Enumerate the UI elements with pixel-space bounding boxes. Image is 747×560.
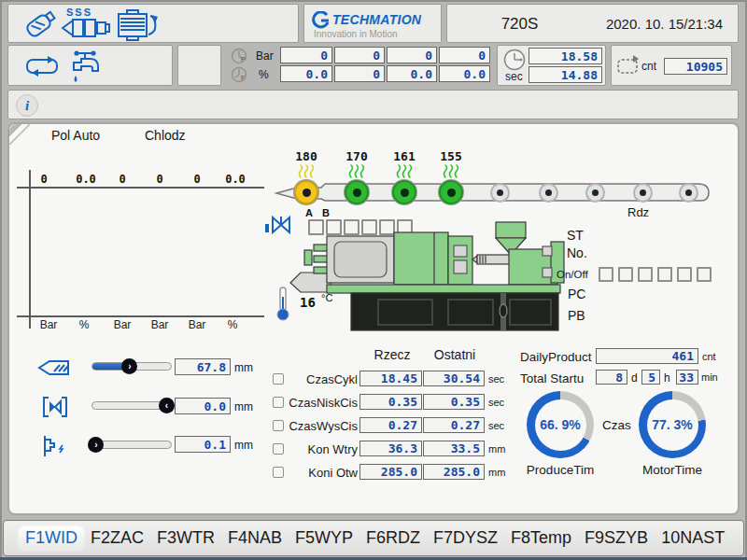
onoff-checkbox-2[interactable] bbox=[618, 267, 633, 282]
screw-icon bbox=[61, 16, 111, 40]
chart-bottom-axis bbox=[17, 315, 264, 317]
produce-time-donut: 66. 9% bbox=[527, 391, 594, 458]
table-row-label: Koni Otw bbox=[285, 466, 358, 480]
datetime: 2020. 10. 15/21:34 bbox=[592, 16, 737, 32]
heat-waves-icon bbox=[347, 164, 366, 178]
zone-temp-3: 161 bbox=[393, 149, 415, 163]
heater-zone-3 bbox=[392, 180, 416, 204]
zone-temp-2: 170 bbox=[345, 149, 367, 163]
fkey-f2zac[interactable]: F2ZAC bbox=[84, 526, 150, 550]
mode-status-icon-box bbox=[7, 45, 173, 86]
onoff-checkbox-4[interactable] bbox=[657, 267, 672, 282]
thermometer-icon bbox=[275, 286, 291, 321]
table-row-checkbox[interactable] bbox=[273, 420, 284, 431]
fkey-f5wyp[interactable]: F5WYP bbox=[289, 526, 359, 550]
produce-time-label: ProduceTim bbox=[518, 463, 602, 477]
table-row-checkbox[interactable] bbox=[273, 467, 284, 478]
chart-value: 0 bbox=[156, 173, 162, 186]
chart-unit: % bbox=[228, 318, 238, 331]
timer-unit-label: sec bbox=[505, 70, 523, 83]
pb-label: PB bbox=[568, 308, 585, 323]
timer-current-value: 18.58 bbox=[529, 48, 602, 64]
slider-thumb[interactable]: ‹ bbox=[159, 398, 175, 413]
heater-zone-1 bbox=[294, 180, 318, 204]
counter-label: cnt bbox=[641, 60, 656, 73]
flow-unit-label: % bbox=[259, 68, 269, 81]
total-minutes-unit: min bbox=[701, 371, 718, 383]
ejector-position-icon bbox=[41, 434, 69, 458]
water-tap-icon bbox=[68, 49, 106, 83]
chart-value: 0 bbox=[40, 173, 47, 186]
injection-position-unit: mm bbox=[234, 361, 253, 374]
total-minutes-value: 33 bbox=[676, 370, 698, 385]
pressure-value-2: 0 bbox=[334, 47, 385, 63]
ejector-position-value: 0.1 bbox=[175, 436, 231, 453]
cooling-label: Chlodz bbox=[145, 128, 186, 143]
table-row-checkbox[interactable] bbox=[273, 373, 284, 385]
chart-top-axis bbox=[17, 187, 264, 189]
onoff-checkbox-1[interactable] bbox=[599, 267, 613, 282]
total-hours-value: 5 bbox=[641, 370, 660, 385]
onoff-checkbox-6[interactable] bbox=[697, 267, 712, 282]
heat-waves-icon bbox=[442, 164, 460, 178]
brand-name: TECHMATION bbox=[332, 12, 421, 27]
pressure-unit-label: Bar bbox=[256, 49, 274, 63]
fkey-f9szyb[interactable]: F9SZYB bbox=[578, 526, 655, 550]
panel-corner-decoration bbox=[9, 124, 30, 145]
flow-gauge-letter: F bbox=[241, 75, 245, 81]
fkey-f3wtr[interactable]: F3WTR bbox=[150, 526, 221, 550]
heater-zone-9 bbox=[679, 183, 698, 203]
table-row-checkbox[interactable] bbox=[273, 397, 284, 408]
fkey-f6rdz[interactable]: F6RDZ bbox=[359, 526, 427, 550]
injection-position-value: 67.8 bbox=[175, 358, 231, 375]
table-actual-value: 18.45 bbox=[359, 371, 422, 386]
pressure-value-3: 0 bbox=[387, 47, 437, 63]
table-last-value: 30.54 bbox=[423, 371, 485, 386]
flow-value-4: 0.0 bbox=[439, 65, 490, 82]
chart-value: 0 bbox=[193, 173, 200, 186]
table-actual-value: 0.35 bbox=[359, 394, 422, 410]
fkey-f4nab[interactable]: F4NAB bbox=[221, 526, 289, 550]
motor-time-label: MotorTime bbox=[630, 463, 714, 477]
timer-last-value: 14.88 bbox=[529, 66, 602, 83]
table-row-label: CzasNiskCis bbox=[285, 396, 358, 410]
heat-waves-icon bbox=[297, 164, 316, 178]
flow-value-3: 0.0 bbox=[387, 65, 437, 82]
fkey-f1wid[interactable]: F1WID bbox=[19, 526, 84, 550]
info-icon[interactable]: i bbox=[16, 94, 38, 117]
table-row-checkbox[interactable] bbox=[273, 443, 284, 455]
fkey-10nast[interactable]: 10NAST bbox=[655, 526, 731, 550]
motor-time-donut: 77. 3% bbox=[639, 391, 706, 458]
onoff-checkbox-5[interactable] bbox=[677, 267, 692, 282]
fkey-f8temp[interactable]: F8Temp bbox=[504, 526, 578, 550]
table-last-value: 0.27 bbox=[423, 417, 485, 433]
czas-label: Czas bbox=[602, 418, 631, 432]
ejector-position-slider[interactable]: › bbox=[92, 441, 172, 449]
produce-time-percent: 66. 9% bbox=[540, 417, 581, 432]
flow-value-2: 0 bbox=[334, 65, 385, 82]
pressure-value-1: 0 bbox=[280, 47, 332, 63]
pressure-value-4: 0 bbox=[439, 47, 490, 63]
table-row-unit: mm bbox=[488, 467, 505, 478]
mode-label: Pol Auto bbox=[51, 128, 100, 143]
pressure-gauge-icon bbox=[230, 48, 248, 64]
injection-position-slider[interactable]: › bbox=[92, 362, 172, 371]
shot-counter-box: cnt 10905 bbox=[611, 45, 732, 86]
function-key-bar: F1WID F2ZAC F3WTR F4NAB F5WYP F6RDZ F7DY… bbox=[3, 520, 744, 556]
fkey-f7dysz[interactable]: F7DYSZ bbox=[427, 526, 504, 550]
table-row-label: CzasCykl bbox=[285, 372, 358, 386]
onoff-checkbox-3[interactable] bbox=[638, 267, 653, 282]
heater-zone-4 bbox=[439, 180, 463, 204]
machine-model: 720S bbox=[447, 15, 592, 34]
mold-position-slider[interactable]: ‹ bbox=[92, 401, 172, 410]
daily-product-value: 461 bbox=[596, 348, 698, 364]
machine-temp-value: 16 bbox=[300, 295, 316, 310]
chart-value: 0.0 bbox=[225, 173, 246, 186]
table-actual-value: 285.0 bbox=[359, 464, 422, 480]
heater-zone-6 bbox=[539, 183, 558, 203]
table-row-unit: sec bbox=[488, 373, 504, 385]
chart-unit: % bbox=[79, 318, 90, 331]
daily-product-unit: cnt bbox=[702, 351, 716, 362]
nozzle-spray-icon bbox=[20, 8, 61, 42]
heater-zone-2 bbox=[345, 180, 369, 204]
